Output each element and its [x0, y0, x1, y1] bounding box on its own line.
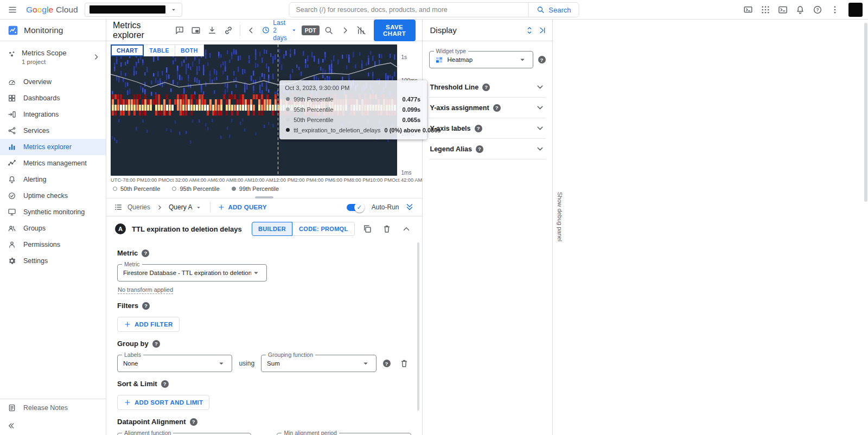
- sidebar-item-label: Dashboards: [23, 94, 60, 102]
- x-axis-tick: 10:00 PM: [370, 177, 392, 183]
- group-by-labels-dropdown[interactable]: Labels None: [117, 355, 232, 372]
- expand-sections-icon[interactable]: [525, 26, 534, 35]
- x-axis-tick: 8:00 AM: [233, 177, 252, 183]
- pip-button[interactable]: [189, 23, 203, 37]
- sidebar-item-label: Metrics management: [23, 159, 87, 167]
- release-notes-link[interactable]: Release Notes: [0, 399, 106, 417]
- notes-icon: [8, 404, 16, 412]
- display-section-legend-alias[interactable]: Legend Alias?: [429, 139, 546, 159]
- form-scrollbar[interactable]: [417, 242, 419, 411]
- legend-marker: [232, 187, 236, 191]
- auto-run-toggle[interactable]: ✓: [347, 204, 363, 211]
- legend-item[interactable]: 95th Percentile: [172, 185, 219, 192]
- more-button[interactable]: [828, 3, 842, 17]
- topbar: Google Cloud Search ?: [0, 0, 868, 20]
- sidebar-item-label: Permissions: [23, 241, 60, 248]
- queries-label[interactable]: Queries: [127, 203, 150, 211]
- timezone-chip[interactable]: PDT: [302, 25, 320, 35]
- add-filter-button[interactable]: ADD FILTER: [117, 317, 180, 332]
- sidebar-item-label: Integrations: [23, 111, 59, 118]
- collapse-panel-icon[interactable]: [538, 26, 547, 35]
- sidebar-title: Monitoring: [24, 25, 63, 35]
- sidebar-item-dashboards[interactable]: Dashboards: [0, 90, 106, 106]
- search-button[interactable]: Search: [528, 3, 578, 17]
- widget-type-dropdown[interactable]: Widget type Heatmap: [429, 51, 533, 68]
- help-icon[interactable]: ?: [142, 250, 149, 257]
- collapse-queries-icon[interactable]: [405, 202, 414, 212]
- main-content: Metrics explorer Last 2 days PDT SAVE CH…: [106, 20, 422, 435]
- sidebar-item-settings[interactable]: Settings: [0, 253, 106, 269]
- display-section-y-axis-labels[interactable]: Y-axis labels?: [429, 118, 546, 139]
- legend-item[interactable]: 50th Percentile: [113, 185, 160, 192]
- delete-query-button[interactable]: [380, 222, 394, 236]
- sidebar-item-synthetic-monitoring[interactable]: Synthetic monitoring: [0, 204, 106, 220]
- debug-strip: Show debug panel: [552, 20, 868, 435]
- help-icon[interactable]: ?: [190, 418, 197, 426]
- sidebar-item-services[interactable]: Services: [0, 123, 106, 139]
- apps-button[interactable]: [758, 3, 773, 17]
- time-range-selector[interactable]: Last 2 days: [260, 19, 299, 42]
- collapse-sidebar-icon[interactable]: [7, 421, 15, 430]
- avatar[interactable]: [848, 3, 863, 17]
- svg-text:?: ?: [816, 8, 819, 12]
- sidebar-item-metrics-management[interactable]: Metrics management: [0, 155, 106, 171]
- series-dot-icon: [286, 118, 290, 121]
- query-name-selector[interactable]: Query A: [169, 203, 203, 211]
- google-cloud-logo[interactable]: Google Cloud: [26, 5, 78, 15]
- toggle-chart-elements-button[interactable]: [354, 23, 368, 37]
- remove-group-by-button[interactable]: [397, 356, 411, 370]
- help-icon[interactable]: ?: [383, 360, 391, 367]
- zoom-button[interactable]: [322, 23, 336, 37]
- feedback-button[interactable]: [173, 23, 187, 37]
- chevron-left-icon: [246, 25, 256, 35]
- metrics-scope-selector[interactable]: Metrics Scope 1 project: [0, 41, 106, 68]
- project-selector[interactable]: [85, 3, 182, 17]
- metrics-scope-icon: [8, 50, 16, 59]
- sidebar-item-metrics-explorer[interactable]: Metrics explorer: [0, 139, 106, 155]
- sidebar-item-groups[interactable]: Groups: [0, 220, 106, 236]
- help-button[interactable]: ?: [810, 3, 825, 17]
- display-section-threshold-line[interactable]: Threshold Line?: [429, 77, 546, 98]
- sidebar-item-uptime-checks[interactable]: Uptime checks: [0, 188, 106, 204]
- tooltip-row: 99th Percentile0.477s: [285, 94, 422, 104]
- code-promql-tab[interactable]: CODE: PROMQL: [292, 222, 354, 236]
- help-icon[interactable]: ?: [538, 56, 546, 63]
- save-chart-button[interactable]: SAVE CHART: [374, 20, 416, 41]
- help-icon[interactable]: ?: [152, 340, 160, 348]
- legend-item[interactable]: 99th Percentile: [232, 185, 279, 192]
- collapse-query-button[interactable]: [399, 222, 413, 236]
- page-scrollbar[interactable]: [864, 23, 867, 202]
- transform-note[interactable]: No transform applied: [118, 286, 173, 294]
- display-section-y-axis-assignment[interactable]: Y-axis assignment?: [429, 98, 546, 118]
- download-button[interactable]: [205, 23, 219, 37]
- uptime-checks-icon: [8, 191, 16, 200]
- sidebar-item-overview[interactable]: Overview: [0, 74, 106, 90]
- resize-handle[interactable]: [255, 196, 273, 199]
- cloud-shell-button[interactable]: [776, 3, 790, 17]
- metric-dropdown[interactable]: Metric Firestore Database - TTL expirati…: [117, 264, 267, 282]
- help-icon[interactable]: ?: [142, 302, 150, 310]
- sidebar-item-permissions[interactable]: Permissions: [0, 236, 106, 253]
- tab-chart[interactable]: CHART: [111, 44, 144, 56]
- sidebar-item-alerting[interactable]: Alerting: [0, 171, 106, 188]
- builder-tab[interactable]: BUILDER: [252, 222, 292, 236]
- time-forward-button[interactable]: [338, 23, 352, 37]
- copy-link-button[interactable]: [221, 23, 235, 37]
- tab-table[interactable]: TABLE: [144, 44, 175, 56]
- duplicate-query-button[interactable]: [360, 222, 374, 236]
- notifications-button[interactable]: [793, 3, 807, 17]
- tab-both[interactable]: BOTH: [175, 44, 204, 56]
- search-input[interactable]: [290, 3, 528, 17]
- add-sort-limit-button[interactable]: ADD SORT AND LIMIT: [117, 395, 209, 410]
- menu-button[interactable]: [5, 3, 20, 17]
- min-alignment-period-field[interactable]: Min alignment period 1m ?: [277, 433, 411, 435]
- console-button[interactable]: [741, 3, 755, 17]
- time-back-button[interactable]: [244, 23, 258, 37]
- sidebar-item-integrations[interactable]: Integrations: [0, 106, 106, 123]
- alignment-function-dropdown[interactable]: Alignment function Delta: [117, 433, 251, 435]
- add-query-button[interactable]: ADD QUERY: [218, 203, 266, 211]
- chart-off-icon: [356, 25, 366, 35]
- grouping-function-dropdown[interactable]: Grouping function Sum: [261, 355, 376, 372]
- show-debug-panel-button[interactable]: Show debug panel: [557, 192, 563, 241]
- help-icon[interactable]: ?: [161, 380, 169, 388]
